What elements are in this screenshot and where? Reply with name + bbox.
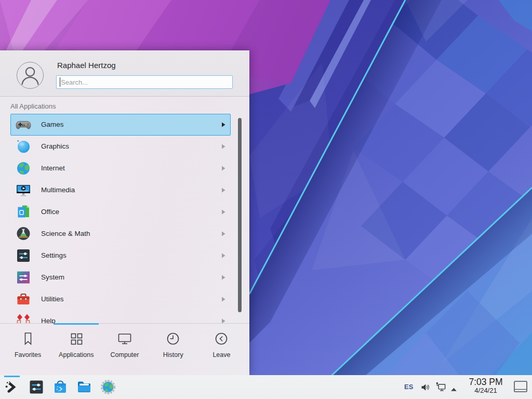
grid-icon bbox=[69, 331, 84, 347]
tab-favorites[interactable]: Favorites bbox=[4, 328, 52, 368]
submenu-arrow-icon bbox=[221, 144, 225, 149]
sliders-gradient-icon bbox=[15, 269, 32, 286]
show-desktop-button[interactable] bbox=[513, 380, 528, 395]
bookmark-icon bbox=[20, 331, 36, 347]
search-input[interactable] bbox=[56, 75, 233, 89]
category-label: Internet bbox=[41, 164, 65, 172]
submenu-arrow-icon bbox=[221, 209, 225, 215]
category-help[interactable]: Help bbox=[10, 310, 231, 323]
launcher-header: Raphael Hertzog bbox=[0, 50, 249, 96]
documents-icon bbox=[15, 204, 32, 220]
sliders-dark-icon bbox=[15, 247, 32, 264]
category-settings[interactable]: Settings bbox=[10, 245, 231, 267]
category-label: Games bbox=[41, 121, 64, 128]
desktop: Raphael Hertzog All Applications bbox=[0, 0, 532, 399]
application-launcher-menu: Raphael Hertzog All Applications bbox=[0, 50, 249, 375]
divider bbox=[0, 323, 249, 324]
toolbox-icon bbox=[15, 291, 32, 308]
category-label: Utilities bbox=[41, 295, 64, 303]
category-internet[interactable]: Internet bbox=[10, 157, 231, 179]
tab-label: History bbox=[149, 351, 197, 358]
category-label: System bbox=[41, 273, 64, 281]
search-field[interactable] bbox=[57, 76, 232, 88]
keyboard-layout-indicator[interactable]: ES bbox=[404, 383, 413, 391]
globe-icon bbox=[15, 160, 32, 177]
volume-icon[interactable] bbox=[420, 382, 431, 395]
user-icon bbox=[17, 62, 43, 88]
tab-label: Computer bbox=[100, 351, 149, 358]
tab-computer[interactable]: Computer bbox=[100, 328, 149, 368]
expand-tray-icon[interactable] bbox=[450, 384, 458, 394]
monitor-play-icon bbox=[15, 182, 32, 198]
category-label: Science & Math bbox=[41, 230, 90, 237]
clock-time: 7:03 PM bbox=[462, 377, 509, 387]
text-caret bbox=[60, 77, 60, 87]
submenu-arrow-icon bbox=[221, 188, 225, 193]
category-graphics[interactable]: Graphics bbox=[10, 136, 231, 157]
discover-icon[interactable] bbox=[52, 379, 69, 395]
scrollbar[interactable] bbox=[238, 118, 242, 312]
launcher-active-indicator bbox=[4, 376, 20, 377]
tab-label: Applications bbox=[52, 351, 100, 358]
submenu-arrow-icon bbox=[221, 253, 225, 258]
kde-launcher-icon[interactable] bbox=[4, 379, 21, 395]
category-label: Settings bbox=[41, 251, 66, 259]
category-label: Multimedia bbox=[41, 186, 75, 194]
system-settings-icon[interactable] bbox=[28, 379, 45, 395]
tab-label: Favorites bbox=[4, 351, 52, 358]
submenu-arrow-icon bbox=[221, 318, 225, 323]
submenu-arrow-icon bbox=[221, 231, 225, 236]
launcher-tabbar: Favorites Applications C bbox=[4, 328, 246, 368]
category-games[interactable]: Games bbox=[10, 114, 231, 136]
category-list: Games Graphics bbox=[0, 111, 249, 323]
wired-network-icon[interactable] bbox=[435, 381, 447, 395]
section-label: All Applications bbox=[10, 102, 56, 110]
tab-applications[interactable]: Applications bbox=[52, 328, 100, 368]
history-clock-icon bbox=[165, 331, 181, 347]
category-science-math[interactable]: Science & Math bbox=[10, 223, 231, 245]
computer-icon bbox=[117, 331, 132, 347]
submenu-arrow-icon bbox=[221, 297, 225, 302]
submenu-arrow-icon bbox=[221, 275, 225, 280]
submenu-arrow-icon bbox=[221, 122, 225, 127]
divider bbox=[0, 96, 249, 97]
category-label: Office bbox=[41, 208, 59, 216]
clock-date: 4/24/21 bbox=[462, 387, 509, 395]
leave-icon bbox=[214, 331, 229, 347]
avatar[interactable] bbox=[17, 62, 44, 89]
user-name: Raphael Hertzog bbox=[57, 61, 116, 70]
flask-icon bbox=[15, 225, 32, 242]
category-office[interactable]: Office bbox=[10, 201, 231, 223]
tab-label: Leave bbox=[197, 351, 246, 358]
category-utilities[interactable]: Utilities bbox=[10, 288, 231, 310]
category-label: Help bbox=[41, 317, 56, 323]
category-system[interactable]: System bbox=[10, 267, 231, 288]
graphics-ball-icon bbox=[15, 138, 32, 155]
category-label: Graphics bbox=[41, 142, 69, 150]
category-multimedia[interactable]: Multimedia bbox=[10, 179, 231, 201]
web-browser-icon[interactable] bbox=[100, 379, 116, 395]
taskbar: ES 7:03 PM 4/24/21 bbox=[0, 375, 532, 399]
tab-leave[interactable]: Leave bbox=[197, 328, 246, 368]
tab-history[interactable]: History bbox=[149, 328, 197, 368]
help-icon bbox=[15, 313, 32, 323]
submenu-arrow-icon bbox=[221, 166, 225, 171]
digital-clock[interactable]: 7:03 PM 4/24/21 bbox=[462, 377, 509, 395]
gamepad-icon bbox=[15, 116, 32, 133]
active-tab-indicator bbox=[54, 323, 99, 325]
file-manager-icon[interactable] bbox=[76, 379, 92, 395]
